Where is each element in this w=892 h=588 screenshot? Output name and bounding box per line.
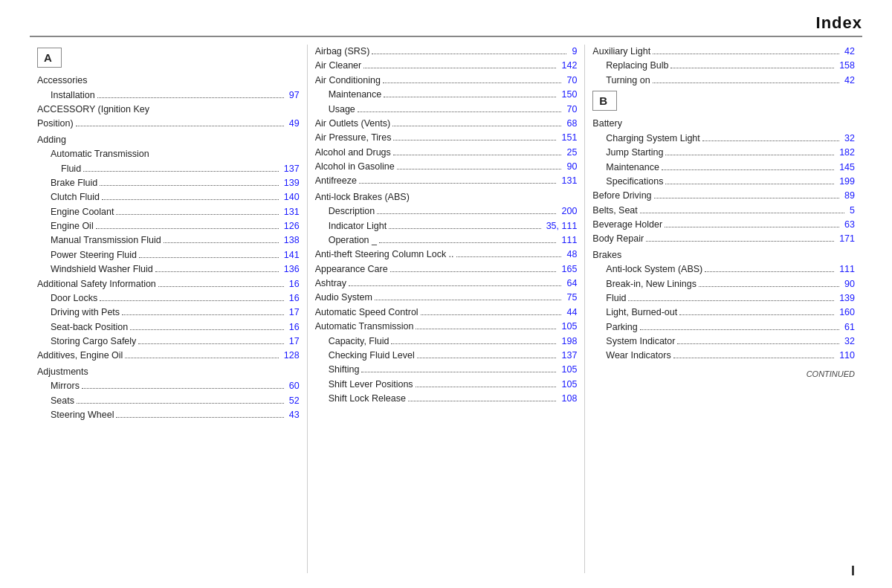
- entry-page-num: 171: [839, 232, 855, 246]
- entry-page-num: 142: [561, 59, 577, 73]
- index-entry: Air Outlets (Vents)68: [315, 117, 578, 131]
- entry-page-num: 139: [284, 176, 300, 190]
- entry-label: Indicator Light: [329, 219, 387, 233]
- group-label: Brakes: [592, 248, 855, 262]
- entry-label: Automatic Transmission: [51, 147, 149, 161]
- index-entry: Automatic Transmission105: [315, 320, 578, 334]
- entry-dots: [96, 228, 279, 229]
- entry-dots: [122, 314, 284, 315]
- entry-label: Shift Lock Release: [329, 392, 406, 406]
- entry-page-num: 61: [844, 320, 855, 335]
- entry-dots: [416, 329, 556, 329]
- index-entry: Shift Lock Release108: [315, 392, 578, 406]
- entry-dots: [665, 184, 834, 184]
- entry-page-num: 5: [850, 204, 855, 218]
- entry-page-num: 16: [289, 277, 300, 291]
- entry-page-num: 140: [284, 190, 300, 204]
- section-letter: A: [37, 48, 62, 68]
- entry-dots: [375, 300, 562, 300]
- entry-page-num: 160: [839, 306, 855, 320]
- index-entry: Door Locks16: [37, 291, 300, 306]
- entry-page-num: 70: [566, 103, 577, 117]
- entry-label: Alcohol in Gasoline: [315, 160, 395, 174]
- index-entry: Auxiliary Light42: [592, 45, 855, 59]
- entry-page-num: 97: [289, 88, 300, 103]
- entry-page-num: 151: [561, 131, 577, 145]
- section-letter: B: [592, 91, 617, 111]
- entry-label: Appearance Care: [315, 262, 388, 277]
- entry-label: Manual Transmission Fluid: [51, 233, 161, 248]
- entry-label: ACCESSORY (Ignition Key: [37, 103, 149, 117]
- index-entry: Air Conditioning70: [315, 74, 578, 88]
- entry-page-num: 165: [561, 262, 577, 277]
- entry-label: Steering Wheel: [51, 408, 114, 422]
- entry-dots: [130, 329, 284, 330]
- index-entry: Installation97: [37, 88, 300, 103]
- group-label: Accessories: [37, 74, 300, 88]
- entry-label: Turning on: [606, 74, 650, 88]
- index-entry: Body Repair171: [592, 232, 855, 246]
- entry-page-num: 70: [566, 74, 577, 88]
- entry-page-num: 136: [284, 262, 300, 277]
- entry-label: Alcohol and Drugs: [315, 146, 391, 160]
- entry-page-num: 199: [839, 175, 855, 189]
- index-entry: Additional Safety Information16: [37, 277, 300, 291]
- entry-label: Wear Indicators: [606, 349, 670, 363]
- entry-dots: [654, 198, 840, 198]
- index-entry: Checking Fluid Level137: [315, 349, 578, 363]
- entry-label: Antifreeze: [315, 174, 357, 188]
- entry-page-num: 131: [561, 174, 577, 188]
- entry-label: Air Cleaner: [315, 59, 362, 73]
- entry-dots: [97, 97, 284, 98]
- entry-label: Air Outlets (Vents): [315, 117, 390, 131]
- entry-dots: [628, 300, 834, 301]
- entry-page-num: 141: [284, 248, 300, 262]
- index-entry: Wear Indicators110: [592, 349, 855, 363]
- entry-page-num: 42: [844, 74, 855, 88]
- entry-label: Parking: [606, 320, 637, 335]
- page-number: I: [851, 563, 855, 579]
- entry-page-num: 64: [566, 277, 577, 291]
- index-entry: Anti-theft Steering Column Lock ..48: [315, 248, 578, 262]
- entry-dots: [77, 403, 284, 404]
- index-entry: Automatic Transmission: [37, 147, 300, 161]
- index-entry: Antifreeze131: [315, 174, 578, 188]
- entry-dots: [383, 83, 562, 83]
- entry-label: Power Steering Fluid: [51, 248, 137, 262]
- index-entry: Light, Burned-out160: [592, 306, 855, 320]
- index-entry: Air Pressure, Tires151: [315, 131, 578, 145]
- entry-dots: [384, 97, 556, 97]
- entry-label: Brake Fluid: [51, 176, 97, 190]
- index-entry: Belts, Seat5: [592, 204, 855, 218]
- entry-page-num: 200: [561, 204, 577, 219]
- entry-dots: [392, 126, 561, 126]
- entry-page-num: 25: [566, 146, 577, 160]
- index-entry: Position)49: [37, 117, 300, 131]
- index-entry: Anti-lock System (ABS)111: [592, 262, 855, 277]
- index-entry: Alcohol in Gasoline90: [315, 160, 578, 174]
- entry-label: Shift Lever Positions: [329, 378, 413, 392]
- entry-label: Windshield Washer Fluid: [51, 262, 153, 277]
- entry-label: Specifications: [606, 175, 663, 189]
- entry-label: Seats: [51, 394, 74, 408]
- entry-page-num: 63: [844, 218, 855, 232]
- entry-dots: [372, 54, 566, 54]
- index-entry: Break-in, New Linings90: [592, 277, 855, 291]
- index-entry: Beverage Holder63: [592, 218, 855, 232]
- entry-page-num: 68: [566, 117, 577, 131]
- entry-page-num: 128: [284, 349, 300, 363]
- entry-label: Maintenance: [329, 88, 382, 102]
- index-entry: Operation _111: [315, 233, 578, 248]
- entry-dots: [662, 169, 834, 170]
- index-entry: Shift Lever Positions105: [315, 378, 578, 392]
- entry-page-num: 35, 111: [546, 219, 578, 233]
- column-col-a: AAccessoriesInstallation97ACCESSORY (Ign…: [30, 45, 308, 573]
- entry-page-num: 198: [561, 335, 577, 349]
- entry-dots: [646, 241, 834, 242]
- entry-dots: [665, 155, 834, 155]
- entry-dots: [363, 68, 556, 68]
- entry-dots: [116, 214, 278, 215]
- entry-label: Storing Cargo Safely: [51, 335, 136, 349]
- index-entry: Fluid139: [592, 291, 855, 306]
- index-entry: Jump Starting182: [592, 146, 855, 160]
